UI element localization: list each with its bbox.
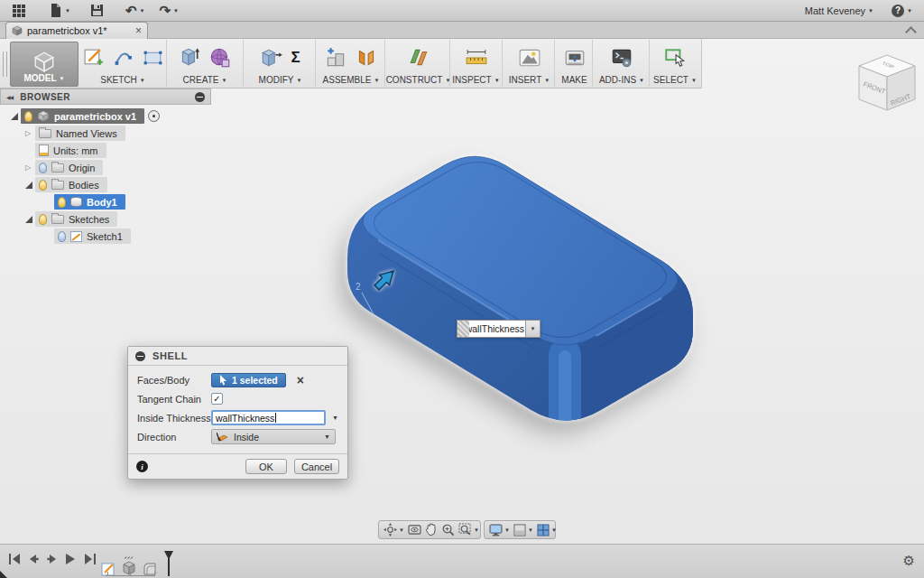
value-dropdown-button[interactable]: ▼	[525, 321, 540, 337]
visibility-bulb-icon[interactable]	[39, 163, 47, 173]
expand-open-icon[interactable]	[25, 216, 32, 223]
rectangle-tool-button[interactable]	[142, 46, 164, 69]
visibility-bulb-icon[interactable]	[24, 111, 32, 122]
workspace-switcher-model[interactable]: MODEL▼	[10, 42, 79, 87]
construct-plane-button[interactable]	[407, 46, 430, 70]
browser-row-body1[interactable]: Body1	[0, 193, 211, 210]
browser-row-sketches[interactable]: Sketches	[0, 210, 211, 228]
expand-closed-icon[interactable]: ▷	[25, 163, 35, 172]
joint-button[interactable]	[355, 46, 378, 70]
toolbar-grip[interactable]	[3, 51, 7, 77]
look-at-button[interactable]	[406, 521, 423, 538]
browser-options-icon[interactable]	[195, 92, 205, 102]
browser-row-origin[interactable]: ▷ Origin	[0, 159, 211, 176]
play-button[interactable]	[65, 554, 76, 564]
step-back-button[interactable]	[29, 554, 39, 564]
help-menu[interactable]: ? ▼	[889, 2, 915, 20]
user-menu[interactable]: Matt Keveney ▼	[802, 2, 876, 20]
go-to-end-button[interactable]	[84, 554, 96, 564]
measure-button[interactable]	[465, 46, 488, 70]
thickness-dropdown-icon[interactable]: ▼	[332, 415, 338, 421]
value-drag-handle[interactable]	[457, 321, 469, 337]
toolbar-menu-addins[interactable]: ADD-INS▼	[595, 73, 649, 87]
browser-row-units[interactable]: Units: mm	[0, 142, 211, 159]
view-cube[interactable]: TOP FRONT RIGHT	[855, 52, 919, 123]
toolbar-group-make: MAKE	[557, 40, 593, 87]
thickness-input[interactable]: wallThickness	[211, 410, 326, 425]
browser-row-named-views[interactable]: ▷ Named Views	[0, 125, 211, 142]
component-cube-icon	[37, 110, 50, 122]
clear-selection-icon[interactable]: ×	[297, 374, 304, 387]
step-forward-button[interactable]	[47, 554, 57, 564]
toolbar-group-create: CREATE▼	[167, 40, 244, 87]
timeline-bar: ⚙	[0, 544, 924, 578]
info-icon[interactable]: i	[136, 461, 148, 472]
orbit-button[interactable]: ▼	[382, 521, 406, 538]
go-to-start-button[interactable]	[9, 554, 21, 564]
redo-button[interactable]: ↷ ▼	[156, 2, 181, 20]
expand-open-icon[interactable]	[11, 113, 18, 120]
tangent-chain-checkbox[interactable]: ✓	[211, 393, 223, 405]
zoom-button[interactable]	[439, 521, 457, 538]
display-settings-button[interactable]: ▼	[487, 521, 512, 538]
addins-scripts-button[interactable]	[610, 46, 633, 70]
toolbar-menu-select[interactable]: SELECT▼	[651, 73, 698, 87]
collapse-panel-icon[interactable]: ◀◀	[6, 94, 13, 100]
make-3d-print-button[interactable]	[563, 46, 587, 70]
document-tab[interactable]: parametricbox v1* ×	[5, 22, 148, 39]
shell-dialog: SHELL Faces/Body 1 selected × Tangent Ch…	[127, 346, 348, 480]
browser-row-bodies[interactable]: Bodies	[0, 176, 211, 193]
tab-close-icon[interactable]: ×	[135, 25, 142, 36]
grid-display-button[interactable]: ▼	[512, 521, 535, 538]
app-grid-button[interactable]	[9, 2, 29, 20]
change-parameters-button[interactable]: Σ	[291, 50, 300, 65]
faces-selected-button[interactable]: 1 selected	[211, 373, 286, 387]
thickness-value-field[interactable]: wallThickness	[469, 321, 525, 337]
create-form-button[interactable]	[208, 46, 232, 70]
pan-button[interactable]	[423, 521, 439, 538]
insert-image-button[interactable]	[518, 46, 541, 70]
toolbar-collapse-chevron-icon[interactable]	[907, 25, 915, 33]
toolbar-menu-create[interactable]: CREATE▼	[167, 73, 243, 87]
direction-dropdown[interactable]: Inside ▼	[211, 429, 336, 444]
timeline-group-bracket	[106, 573, 155, 576]
browser-row-sketch1[interactable]: Sketch1	[0, 228, 211, 245]
toolbar-menu-make[interactable]: MAKE	[557, 73, 592, 87]
dialog-options-icon[interactable]	[135, 351, 145, 361]
save-button[interactable]	[88, 2, 106, 20]
ground-target-icon[interactable]	[148, 110, 160, 122]
workspace-label: MODEL	[23, 73, 56, 83]
viewports-button[interactable]: ▼	[535, 521, 559, 538]
visibility-bulb-icon[interactable]	[39, 214, 47, 225]
toolbar-menu-inspect[interactable]: INSPECT▼	[450, 73, 502, 87]
select-tool-button[interactable]	[663, 46, 687, 70]
visibility-bulb-icon[interactable]	[58, 231, 66, 242]
browser-row-root[interactable]: parametricbox v1	[0, 107, 211, 125]
arc-tool-button[interactable]	[112, 46, 134, 69]
ok-button[interactable]: OK	[245, 459, 287, 474]
visibility-bulb-icon[interactable]	[39, 180, 47, 191]
toolbar-menu-modify[interactable]: MODIFY▼	[245, 73, 315, 87]
undo-button[interactable]: ↶ ▼	[123, 2, 148, 20]
caret-down-icon: ▼	[173, 8, 179, 14]
toolbar-menu-sketch[interactable]: SKETCH▼	[79, 73, 166, 87]
zoom-window-button[interactable]: ▼	[457, 521, 481, 538]
expand-closed-icon[interactable]: ▷	[25, 129, 35, 137]
toolbar-menu-assemble[interactable]: ASSEMBLE▼	[318, 73, 384, 87]
press-pull-button[interactable]	[260, 46, 283, 70]
file-menu-button[interactable]: ▼	[47, 2, 73, 20]
floating-thickness-input[interactable]: wallThickness ▼	[457, 320, 541, 338]
visibility-bulb-icon[interactable]	[58, 197, 66, 208]
new-component-button[interactable]	[324, 46, 347, 70]
new-body-button[interactable]	[178, 46, 201, 70]
toolbar-menu-insert[interactable]: INSERT▼	[504, 73, 554, 87]
toolbar-menu-construct[interactable]: CONSTRUCT▼	[387, 73, 449, 87]
cancel-button[interactable]: Cancel	[294, 459, 339, 474]
text-caret	[275, 413, 276, 423]
shell-dialog-titlebar[interactable]: SHELL	[128, 347, 347, 366]
timeline-playhead[interactable]	[163, 551, 174, 576]
create-sketch-button[interactable]	[82, 46, 105, 69]
browser-header[interactable]: ◀◀ BROWSER	[0, 89, 211, 105]
expand-open-icon[interactable]	[25, 182, 32, 189]
settings-gear-icon[interactable]: ⚙	[903, 554, 915, 567]
